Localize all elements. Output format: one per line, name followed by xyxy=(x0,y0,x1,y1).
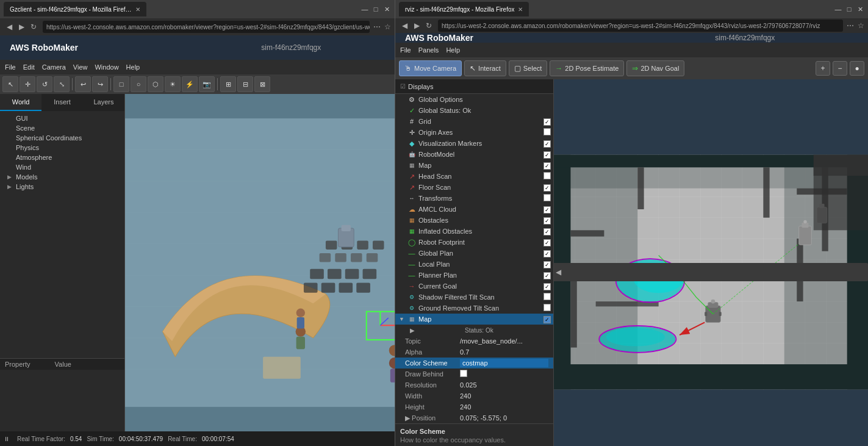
left-viewport[interactable] xyxy=(125,94,395,431)
scale-tool-button[interactable]: ⤡ xyxy=(54,76,70,92)
grid-button[interactable]: ⊠ xyxy=(254,76,270,92)
map2-checkbox[interactable] xyxy=(543,315,551,323)
sphere-button[interactable]: ○ xyxy=(131,76,146,92)
display-floor-scan[interactable]: ↗ Floor Scan xyxy=(395,182,553,193)
move-camera-button[interactable]: 🖱 Move Camera xyxy=(399,60,462,76)
left-menu-file[interactable]: File xyxy=(5,63,16,71)
left-back-button[interactable]: ◀ xyxy=(4,21,15,32)
map1-checkbox[interactable] xyxy=(543,162,551,170)
left-minimize-button[interactable]: — xyxy=(360,5,369,13)
right-tab-close[interactable]: ✕ xyxy=(518,6,523,13)
current-goal-checkbox[interactable] xyxy=(543,282,551,290)
tree-item-wind[interactable]: Wind xyxy=(0,162,124,172)
left-bookmark-icon[interactable]: ☆ xyxy=(384,23,391,31)
display-robot-footprint[interactable]: ◯ Robot Footprint xyxy=(395,237,553,248)
prop-draw-behind-val[interactable] xyxy=(460,370,548,378)
tree-item-spherical[interactable]: Spherical Coordinates xyxy=(0,133,124,143)
zoom-out-button[interactable]: − xyxy=(833,61,847,76)
tree-item-models[interactable]: ▶ Models xyxy=(0,172,124,182)
local-plan-checkbox[interactable] xyxy=(543,261,551,268)
nav-goal-button[interactable]: ⇒ 2D Nav Goal xyxy=(626,60,684,76)
right-minimize-button[interactable]: — xyxy=(834,5,842,13)
tree-item-scene[interactable]: Scene xyxy=(0,123,124,133)
right-bookmark-icon[interactable]: ☆ xyxy=(858,21,864,30)
right-browser-tab[interactable]: rviz - sim-f46nz29mfqgx - Mozilla Firefo… xyxy=(399,2,529,16)
right-reload-button[interactable]: ↻ xyxy=(423,20,434,31)
amcl-cloud-checkbox[interactable] xyxy=(543,206,551,214)
right-menu-panels[interactable]: Panels xyxy=(418,46,439,54)
display-grid[interactable]: # Grid xyxy=(395,116,553,127)
sidebar-tab-insert[interactable]: Insert xyxy=(41,94,83,111)
left-menu-help[interactable]: Help xyxy=(126,63,140,71)
inflated-obstacles-checkbox[interactable] xyxy=(543,228,551,236)
right-close-button[interactable]: ✕ xyxy=(856,5,864,13)
left-browser-tab[interactable]: Gzclient - sim-f46nz29mfqgx - Mozilla Fi… xyxy=(4,2,146,16)
left-menu-edit[interactable]: Edit xyxy=(23,63,35,71)
left-address-bar[interactable]: https://us-west-2.console.aws.amazon.com… xyxy=(43,21,370,33)
ground-removed-checkbox[interactable] xyxy=(543,304,551,312)
display-map-2[interactable]: ▼ ▦ Map xyxy=(395,314,553,325)
display-origin-axes[interactable]: ✛ Origin Axes xyxy=(395,127,553,138)
left-menu-view[interactable]: View xyxy=(73,63,88,71)
obstacles-checkbox[interactable] xyxy=(543,217,551,225)
point-light-button[interactable]: ⚡ xyxy=(182,76,198,92)
right-back-button[interactable]: ◀ xyxy=(399,20,410,31)
display-planner-plan[interactable]: — Planner Plan xyxy=(395,270,553,281)
pose-estimate-button[interactable]: → 2D Pose Estimate xyxy=(550,60,624,76)
display-inflated-obstacles[interactable]: ▦ Inflated Obstacles xyxy=(395,226,553,237)
display-shadow-tilt-scan[interactable]: ⚙ Shadow Filtered Tilt Scan xyxy=(395,292,553,303)
rotate-tool-button[interactable]: ↺ xyxy=(37,76,52,92)
right-viewport[interactable]: ◀ xyxy=(554,79,868,446)
display-global-options[interactable]: ⚙ Global Options xyxy=(395,94,553,105)
left-forward-button[interactable]: ▶ xyxy=(16,21,27,32)
display-viz-markers[interactable]: ◆ Visualization Markers xyxy=(395,138,553,149)
sidebar-tab-layers[interactable]: Layers xyxy=(83,94,124,111)
screenshot-button[interactable]: 📷 xyxy=(199,76,215,92)
robot-model-checkbox[interactable] xyxy=(543,151,551,159)
left-maximize-button[interactable]: □ xyxy=(371,5,380,13)
right-menu-dots[interactable]: ⋯ xyxy=(847,21,854,30)
robot-footprint-checkbox[interactable] xyxy=(543,239,551,246)
tree-item-physics[interactable]: Physics xyxy=(0,143,124,153)
prop-color-scheme[interactable]: Color Scheme costmap xyxy=(395,358,553,369)
display-global-plan[interactable]: — Global Plan xyxy=(395,248,553,259)
tree-item-atmosphere[interactable]: Atmosphere xyxy=(0,153,124,162)
right-menu-file[interactable]: File xyxy=(400,46,411,54)
head-scan-checkbox[interactable] xyxy=(543,172,551,181)
select-button[interactable]: ▢ Select xyxy=(509,60,548,76)
display-robot-model[interactable]: 🤖 RobotModel xyxy=(395,149,553,160)
redo-button[interactable]: ↪ xyxy=(92,76,108,92)
left-tab-close[interactable]: ✕ xyxy=(135,6,140,13)
left-menu-window[interactable]: Window xyxy=(95,63,118,71)
left-reload-button[interactable]: ↻ xyxy=(28,21,39,32)
settings-button[interactable]: ● xyxy=(850,61,864,76)
display-current-goal[interactable]: → Current Goal xyxy=(395,281,553,292)
right-menu-help[interactable]: Help xyxy=(446,46,460,54)
right-maximize-button[interactable]: □ xyxy=(845,5,853,13)
grid-checkbox[interactable] xyxy=(543,118,551,126)
right-forward-button[interactable]: ▶ xyxy=(411,20,422,31)
transforms-checkbox[interactable] xyxy=(543,194,551,203)
left-close-button[interactable]: ✕ xyxy=(382,5,391,13)
undo-button[interactable]: ↩ xyxy=(75,76,91,92)
sidebar-tab-world[interactable]: World xyxy=(0,94,41,111)
display-head-scan[interactable]: ↗ Head Scan xyxy=(395,171,553,182)
display-transforms[interactable]: ↔ Transforms xyxy=(395,193,553,204)
display-ground-removed-tilt[interactable]: ⚙ Ground Removed Tilt Scan xyxy=(395,303,553,314)
left-menu-dots[interactable]: ⋯ xyxy=(373,23,381,31)
floor-scan-checkbox[interactable] xyxy=(543,184,551,192)
box-button[interactable]: □ xyxy=(113,76,129,92)
display-map-1[interactable]: ▦ Map xyxy=(395,160,553,171)
zoom-in-button[interactable]: + xyxy=(816,61,830,76)
viz-markers-checkbox[interactable] xyxy=(543,140,551,148)
origin-axes-checkbox[interactable] xyxy=(543,128,551,137)
display-local-plan[interactable]: — Local Plan xyxy=(395,259,553,270)
display-amcl-cloud[interactable]: ☁ AMCL Cloud xyxy=(395,204,553,215)
global-plan-checkbox[interactable] xyxy=(543,250,551,257)
light-button[interactable]: ☀ xyxy=(165,76,181,92)
display-global-status[interactable]: ✓ Global Status: Ok xyxy=(395,105,553,116)
pause-button[interactable]: ⏸ xyxy=(4,436,10,442)
display-obstacles[interactable]: ▦ Obstacles xyxy=(395,215,553,226)
cylinder-button[interactable]: ⬡ xyxy=(148,76,163,92)
planner-plan-checkbox[interactable] xyxy=(543,272,551,279)
